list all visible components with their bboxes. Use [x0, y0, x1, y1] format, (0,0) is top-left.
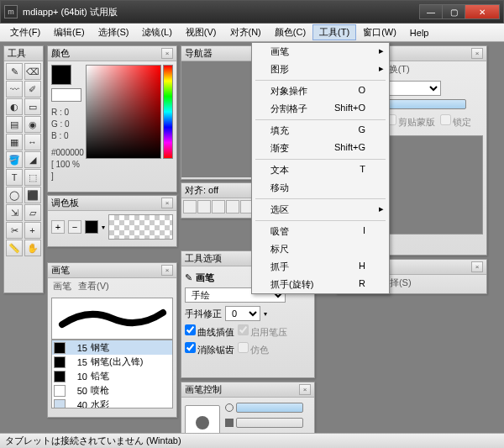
tool-grid: ✎⌫〰✐◐▭▤◉▦↔🪣◢T⬚◯⬛⇲▱✂+📏✋ — [4, 61, 43, 258]
color-field[interactable] — [86, 65, 161, 159]
tool-button[interactable]: ▤ — [6, 116, 23, 133]
panel-palette: 调色板× + − ▾ — [47, 195, 177, 247]
tool-button[interactable]: T — [6, 169, 23, 186]
tool-button[interactable]: ◉ — [24, 116, 41, 133]
tool-button[interactable]: ◐ — [6, 98, 23, 115]
brush-list-item[interactable]: 10铅笔 — [52, 369, 172, 383]
panel-title-label: 画笔控制 — [185, 383, 222, 396]
menu-entry[interactable]: 移动 — [252, 179, 389, 197]
layer-cb-lock[interactable]: 锁定 — [440, 114, 471, 129]
layer-cb-clip[interactable]: 剪贴蒙版 — [386, 114, 435, 129]
tool-button[interactable]: 🪣 — [6, 151, 23, 168]
panel-close-icon[interactable]: × — [161, 198, 173, 208]
tool-button[interactable]: ◯ — [6, 187, 23, 203]
menu-item[interactable]: 对齐(N) — [223, 24, 268, 40]
tools-menu-dropdown: 画笔图形对象操作O分割格子Shift+O填充G渐变Shift+G文本T移动选区吸… — [251, 42, 390, 294]
menu-entry[interactable]: 选区 — [252, 201, 389, 219]
palette-remove-button[interactable]: − — [68, 220, 81, 234]
menu-entry[interactable]: 图形 — [252, 61, 389, 78]
align-button[interactable] — [183, 200, 197, 213]
menu-entry[interactable]: 抓手H — [252, 258, 389, 276]
hue-slider[interactable] — [163, 65, 173, 159]
brush-list: 15钢笔15钢笔(出入锋)10铅笔50喷枪40水彩 — [51, 340, 173, 408]
brush-view-menu[interactable]: 查看(V) — [78, 280, 109, 293]
opts-cb-curve[interactable]: 曲线插值 — [185, 324, 234, 339]
menu-item[interactable]: 窗口(W) — [356, 24, 403, 40]
align-button[interactable] — [212, 200, 225, 213]
brush-size-slider[interactable] — [236, 403, 303, 413]
chevron-down-icon[interactable]: ▾ — [102, 224, 105, 231]
opts-cb-antialias[interactable]: 消除锯齿 — [185, 342, 234, 356]
palette-current[interactable] — [85, 220, 98, 234]
menu-item[interactable]: Help — [403, 26, 436, 40]
brush-list-item[interactable]: 50喷枪 — [52, 383, 172, 398]
brush-menu[interactable]: 画笔 — [53, 280, 71, 293]
fg-swatch[interactable] — [51, 65, 71, 85]
title-bar: m mdiapp+ (64bit) 试用版 — ▢ ✕ — [0, 0, 504, 24]
opts-tool-label: 画笔 — [196, 271, 214, 284]
brush-preview — [51, 298, 173, 340]
circle-icon — [225, 403, 234, 412]
bg-swatch[interactable] — [51, 88, 81, 102]
brush-list-item[interactable]: 15钢笔 — [52, 340, 172, 355]
panel-tools: 工具 ✎⌫〰✐◐▭▤◉▦↔🪣◢T⬚◯⬛⇲▱✂+📏✋ — [3, 45, 44, 293]
tool-button[interactable]: ⬚ — [24, 169, 41, 186]
menu-entry[interactable]: 抓手(旋转)R — [252, 276, 389, 293]
tool-button[interactable]: ✋ — [24, 240, 41, 256]
menu-entry[interactable]: 画笔 — [252, 43, 389, 61]
tool-button[interactable]: ▭ — [24, 98, 41, 115]
align-button[interactable] — [226, 200, 239, 213]
chevron-down-icon[interactable]: ▾ — [264, 310, 267, 318]
tool-button[interactable]: ▱ — [24, 204, 41, 221]
tool-button[interactable]: ▦ — [6, 134, 23, 150]
menu-entry[interactable]: 渐变Shift+G — [252, 140, 389, 157]
opts-jitter-select[interactable]: 0 — [225, 306, 260, 321]
brush-list-item[interactable]: 40水彩 — [52, 398, 172, 408]
panel-close-icon[interactable]: × — [471, 261, 483, 272]
color-hex: #000000 — [51, 147, 84, 159]
menu-entry[interactable]: 标尺 — [252, 240, 389, 258]
panel-close-icon[interactable]: × — [299, 384, 311, 395]
tool-button[interactable]: ⌫ — [24, 63, 41, 80]
menu-entry[interactable]: 填充G — [252, 122, 389, 140]
maximize-button[interactable]: ▢ — [442, 4, 465, 19]
panel-close-icon[interactable]: × — [471, 48, 483, 59]
menu-entry[interactable]: 文本T — [252, 161, 389, 179]
tool-button[interactable]: ⇲ — [6, 204, 23, 221]
tool-button[interactable]: ✂ — [6, 222, 23, 239]
align-button[interactable] — [197, 200, 211, 213]
tool-button[interactable]: 〰 — [6, 81, 23, 98]
menu-item[interactable]: 颜色(C) — [268, 24, 312, 40]
panel-title-label: 工具选项 — [185, 252, 222, 265]
menu-item[interactable]: 文件(F) — [3, 24, 47, 40]
panel-title-label: 对齐: off — [185, 184, 218, 197]
menu-item[interactable]: 编辑(E) — [47, 24, 92, 40]
tool-button[interactable]: ✎ — [6, 63, 23, 80]
menu-item[interactable]: 视图(V) — [179, 24, 223, 40]
tool-button[interactable]: ⬛ — [24, 187, 41, 203]
brush-list-item[interactable]: 15钢笔(出入锋) — [52, 355, 172, 369]
menu-entry[interactable]: 对象操作O — [252, 82, 389, 100]
menu-item[interactable]: 选择(S) — [92, 24, 136, 40]
panel-close-icon[interactable]: × — [161, 48, 173, 59]
menu-item[interactable]: 滤镜(L) — [135, 24, 178, 40]
opts-cb-pressure[interactable]: 启用笔压 — [238, 324, 287, 339]
tool-button[interactable]: ✐ — [24, 81, 41, 98]
palette-grid[interactable] — [108, 214, 173, 240]
color-r: R : 0 — [51, 107, 84, 119]
brush-opacity-slider[interactable] — [236, 418, 303, 428]
minimize-button[interactable]: — — [419, 4, 443, 19]
panel-close-icon[interactable]: × — [161, 265, 173, 276]
palette-add-button[interactable]: + — [51, 220, 65, 234]
menu-entry[interactable]: 吸管I — [252, 223, 389, 240]
panel-title-label: 调色板 — [51, 197, 79, 209]
menu-item[interactable]: 工具(T) — [312, 24, 356, 40]
opts-cb-dither[interactable]: 仿色 — [238, 342, 269, 356]
panel-brush: 画笔× 画笔 查看(V) 15钢笔15钢笔(出入锋)10铅笔50喷枪40水彩 — [47, 262, 177, 418]
tool-button[interactable]: ◢ — [24, 151, 41, 168]
tool-button[interactable]: 📏 — [6, 240, 23, 256]
menu-entry[interactable]: 分割格子Shift+O — [252, 100, 389, 118]
close-button[interactable]: ✕ — [465, 4, 500, 19]
tool-button[interactable]: ↔ — [24, 134, 41, 150]
tool-button[interactable]: + — [24, 222, 41, 239]
